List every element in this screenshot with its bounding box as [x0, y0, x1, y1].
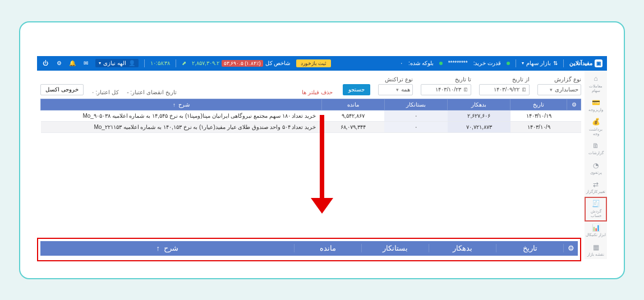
calendar-icon: 🗓 — [522, 87, 527, 93]
gear-icon[interactable]: ⚙ — [55, 59, 63, 67]
filter-report-type: نوع گزارش حسابداری ▾ — [537, 76, 581, 95]
index-change-badge: (۱.۸۴٪) ۵۳,۶۹۰.۵ — [222, 60, 263, 67]
col-settings[interactable]: ⚙ — [567, 99, 581, 110]
date-value: ۱۴۰۳/۱۰/۲۳ — [435, 86, 461, 93]
chevron-down-icon: ▾ — [550, 87, 553, 93]
zoom-col-mandeh[interactable]: مانده — [294, 244, 361, 252]
user-icon: 👤 — [128, 60, 135, 66]
cell-mandeh: ۶۸,۰۷۹,۳۴۴ — [321, 121, 384, 132]
filter-label: از تاریخ — [479, 76, 530, 82]
sidebar-item-portfolio[interactable]: ◔ پرتفوی — [586, 159, 606, 177]
cell-bedehkar: ۲,۶۲۷,۶۰۶ — [448, 110, 510, 121]
col-bedehkar[interactable]: بدهکار — [448, 99, 510, 110]
power-value: ********* — [448, 60, 468, 66]
from-date-input[interactable]: 🗓 ۱۴۰۳/۰۹/۲۲ — [479, 84, 530, 95]
col-bestankar[interactable]: بستانکار — [384, 99, 447, 110]
sidebar-item-label: گزارشات — [588, 151, 604, 155]
filter-label: نوع گزارش — [537, 76, 581, 82]
app-frame: ▣ مفیدآنلاین ⇅ بازار سهام ▾ قدرت خرید: *… — [37, 56, 607, 260]
sidebar-item-withdraw[interactable]: 💰 برداشت وجه — [586, 116, 606, 139]
withdraw-icon: 💰 — [592, 118, 600, 126]
user-menu[interactable]: 👤 الهه نیازی ▾ — [95, 59, 139, 67]
index-value: ۲,۸۵۷,۳۰۹.۲ — [192, 60, 219, 66]
date-value: ۱۴۰۳/۰۹/۲۲ — [494, 86, 519, 93]
zoom-col-desc[interactable]: شرح ↑ — [40, 244, 294, 252]
sidebar-item-label: پرتفوی — [590, 170, 602, 175]
sidebar-item-label: گردش حساب — [586, 209, 606, 219]
separator — [563, 59, 564, 67]
sidebar-item-marketmap[interactable]: ▦ نقشه بازار — [586, 241, 606, 259]
filter-txn-type: نوع تراکنش همه ▾ — [378, 76, 413, 95]
export-excel-button[interactable]: خروجی اکسل — [40, 84, 84, 95]
filter-bar: نوع گزارش حسابداری ▾ از تاریخ 🗓 ۱۴۰۳/۰۹/… — [40, 74, 581, 99]
cell-date: ۱۴۰۳/۱۰/۹ — [510, 121, 567, 132]
credit-expiry: تاریخ انقضای اعتبار: - — [127, 89, 176, 95]
zoom-col-bedehkar[interactable]: بدهکار — [429, 244, 496, 252]
filter-from-date: از تاریخ 🗓 ۱۴۰۳/۰۹/۲۲ — [479, 76, 530, 95]
cell-mandeh: ۹,۵۴۲,۸۶۷ — [321, 110, 384, 121]
gear-icon: ⚙ — [572, 101, 577, 108]
col-mandeh[interactable]: مانده — [321, 99, 384, 110]
turnover-table: ⚙ تاریخ بدهکار بستانکار مانده شرح ↑ — [40, 99, 581, 133]
zoom-col-bestankar[interactable]: بستانکار — [361, 244, 429, 252]
table-row[interactable]: ۱۴۰۳/۱۰/۱۹ ۲,۶۲۷,۶۰۶ ۰ ۹,۵۴۲,۸۶۷ خرید تع… — [41, 110, 581, 121]
blocked-label: بلوکه شده: — [408, 60, 434, 66]
sort-up-icon: ↑ — [173, 102, 176, 108]
zoom-col-date[interactable]: تاریخ — [496, 244, 563, 252]
sidebar-item-label: برداشت وجه — [586, 127, 606, 137]
tutorial-card: ▣ مفیدآنلاین ⇅ بازار سهام ▾ قدرت خرید: *… — [19, 21, 625, 279]
zoom-col-gear[interactable]: ⚙ — [563, 244, 578, 252]
chevron-down-icon: ▾ — [522, 61, 524, 66]
market-label: بازار سهام — [526, 60, 551, 66]
home-icon: ⌂ — [592, 75, 600, 83]
calendar-icon: 🗓 — [463, 87, 468, 93]
feedback-button[interactable]: ثبت بازخورد — [296, 59, 332, 67]
sidebar: ⌂ معاملات سهام 💳 واریز وجه 💰 برداشت وجه … — [585, 71, 607, 260]
credit-total: کل اعتبار: ۰ — [91, 89, 119, 95]
table-row[interactable]: ۱۴۰۳/۱۰/۹ ۷۰,۷۲۱,۸۷۳ ۰ ۶۸,۰۷۹,۳۴۴ خرید ت… — [41, 121, 581, 132]
brand-label: مفیدآنلاین — [569, 60, 592, 66]
report-type-select[interactable]: حسابداری ▾ — [537, 84, 581, 95]
grid-icon: ▦ — [592, 243, 600, 251]
cell-bedehkar: ۷۰,۷۲۱,۸۷۳ — [448, 121, 510, 132]
bell-icon[interactable]: 🔔 — [68, 59, 76, 67]
select-value: همه — [401, 86, 410, 93]
sidebar-item-label: واریز وجه — [588, 108, 604, 112]
blocked-value: ۰ — [400, 60, 403, 66]
message-icon[interactable]: ✉ — [82, 59, 90, 67]
user-name: الهه نیازی — [103, 60, 126, 66]
sidebar-item-technical[interactable]: 📊 ابزار تکنیکال — [586, 221, 606, 239]
sidebar-item-turnover[interactable]: 🧾 گردش حساب — [586, 198, 606, 221]
top-header: ▣ مفیدآنلاین ⇅ بازار سهام ▾ قدرت خرید: *… — [37, 56, 607, 71]
power-icon[interactable]: ⏻ — [42, 59, 49, 67]
filter-label: تا تاریخ — [421, 76, 471, 82]
col-date[interactable]: تاریخ — [510, 99, 567, 110]
report-icon: 🗎 — [592, 142, 600, 150]
cell-desc: خرید تعداد ۱۸۰ سهم مجتمع نیروگاهی ایرانی… — [41, 110, 322, 121]
brand[interactable]: ▣ مفیدآنلاین — [569, 59, 602, 67]
cell-bestankar: ۰ — [384, 110, 447, 121]
chevron-down-icon: ▾ — [396, 87, 399, 93]
to-date-input[interactable]: 🗓 ۱۴۰۳/۱۰/۲۳ — [421, 84, 471, 95]
filter-label: نوع تراکنش — [378, 76, 413, 82]
col-desc-label: شرح — [178, 101, 190, 108]
separator — [144, 59, 145, 67]
index-display: شاخص کل (۱.۸۴٪) ۵۳,۶۹۰.۵ ۲,۸۵۷,۳۰۹.۲ — [192, 60, 290, 67]
clear-filters-button[interactable]: حذف فیلتر ها — [300, 89, 335, 95]
sidebar-item-label: نقشه بازار — [587, 252, 604, 257]
index-title: شاخص کل — [265, 60, 291, 66]
search-button[interactable]: جستجو — [343, 84, 370, 95]
market-switch[interactable]: ⇅ بازار سهام ▾ — [522, 60, 558, 66]
cell-desc: خرید تعداد ۵۰۴ واحد صندوق طلای عیار مفید… — [41, 121, 322, 132]
sidebar-item-deposit[interactable]: 💳 واریز وجه — [586, 96, 606, 114]
status-dot-icon — [507, 62, 510, 65]
zoom-header-row: ⚙ تاریخ بدهکار بستانکار مانده شرح ↑ — [40, 241, 578, 256]
sidebar-item-broker[interactable]: ⇄ تغییر کارگزار — [586, 178, 606, 196]
sidebar-item-reports[interactable]: 🗎 گزارشات — [586, 140, 606, 158]
col-desc[interactable]: شرح ↑ — [41, 99, 322, 110]
sidebar-item-trades[interactable]: ⌂ معاملات سهام — [586, 73, 606, 96]
txn-type-select[interactable]: همه ▾ — [378, 84, 413, 95]
trend-icon: ⬈ — [182, 60, 186, 66]
clock-value: ۱۰:۵۸:۳۸ — [150, 60, 171, 66]
main-content: نوع گزارش حسابداری ▾ از تاریخ 🗓 ۱۴۰۳/۰۹/… — [37, 71, 585, 260]
